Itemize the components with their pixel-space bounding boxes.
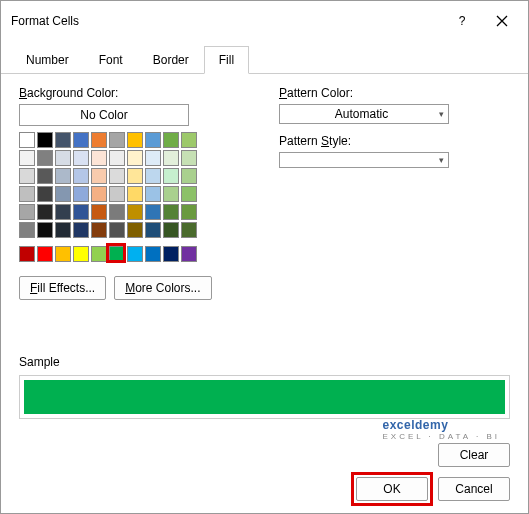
color-swatch[interactable] — [73, 150, 89, 166]
color-swatch[interactable] — [127, 222, 143, 238]
color-swatch[interactable] — [163, 150, 179, 166]
color-swatch[interactable] — [145, 222, 161, 238]
color-swatch[interactable] — [55, 222, 71, 238]
color-swatch[interactable] — [181, 246, 197, 262]
color-swatch[interactable] — [19, 186, 35, 202]
dialog-title: Format Cells — [11, 14, 442, 28]
background-color-label: Background Color: — [19, 86, 239, 100]
color-swatch[interactable] — [91, 186, 107, 202]
sample-label: Sample — [19, 355, 60, 369]
tab-fill[interactable]: Fill — [204, 46, 249, 74]
help-button[interactable]: ? — [442, 9, 482, 33]
color-swatch[interactable] — [55, 204, 71, 220]
color-swatch[interactable] — [109, 150, 125, 166]
color-swatch[interactable] — [37, 246, 53, 262]
close-button[interactable] — [482, 9, 522, 33]
color-swatch[interactable] — [55, 186, 71, 202]
color-swatch[interactable] — [127, 246, 143, 262]
color-swatch[interactable] — [55, 168, 71, 184]
color-swatch[interactable] — [163, 168, 179, 184]
color-swatch[interactable] — [109, 246, 125, 262]
color-swatch[interactable] — [145, 168, 161, 184]
color-swatch[interactable] — [145, 132, 161, 148]
color-swatch[interactable] — [19, 168, 35, 184]
color-swatch[interactable] — [163, 222, 179, 238]
color-swatch[interactable] — [109, 132, 125, 148]
color-swatch[interactable] — [145, 186, 161, 202]
color-swatch[interactable] — [127, 204, 143, 220]
color-swatch[interactable] — [109, 222, 125, 238]
clear-button[interactable]: Clear — [438, 443, 510, 467]
titlebar: Format Cells ? — [1, 1, 528, 41]
close-icon — [496, 15, 508, 27]
tab-font[interactable]: Font — [84, 46, 138, 74]
pattern-section: Pattern Color: Automatic ▾ Pattern Style… — [279, 86, 510, 300]
color-swatch[interactable] — [73, 168, 89, 184]
color-swatch[interactable] — [181, 222, 197, 238]
sample-preview — [24, 380, 505, 414]
color-swatch[interactable] — [19, 222, 35, 238]
color-swatch[interactable] — [55, 132, 71, 148]
color-swatch[interactable] — [19, 132, 35, 148]
color-swatch[interactable] — [91, 222, 107, 238]
background-color-section: Background Color: No Color Fill Effects.… — [19, 86, 239, 300]
color-swatch[interactable] — [127, 150, 143, 166]
color-swatch[interactable] — [181, 132, 197, 148]
color-swatch[interactable] — [109, 186, 125, 202]
color-swatch[interactable] — [55, 246, 71, 262]
color-swatch[interactable] — [37, 168, 53, 184]
color-swatch[interactable] — [73, 222, 89, 238]
no-color-button[interactable]: No Color — [19, 104, 189, 126]
color-swatch[interactable] — [163, 246, 179, 262]
color-swatch[interactable] — [127, 186, 143, 202]
color-swatch[interactable] — [109, 168, 125, 184]
color-swatch[interactable] — [19, 246, 35, 262]
color-swatch[interactable] — [37, 150, 53, 166]
color-swatch[interactable] — [163, 186, 179, 202]
color-swatch[interactable] — [73, 204, 89, 220]
chevron-down-icon: ▾ — [439, 155, 444, 165]
color-swatch[interactable] — [37, 132, 53, 148]
color-swatch[interactable] — [91, 204, 107, 220]
cancel-button[interactable]: Cancel — [438, 477, 510, 501]
color-swatch[interactable] — [73, 132, 89, 148]
color-swatch[interactable] — [37, 186, 53, 202]
color-swatch[interactable] — [91, 132, 107, 148]
color-swatch[interactable] — [73, 186, 89, 202]
watermark: exceldemy EXCEL · DATA · BI — [382, 417, 500, 441]
color-swatch[interactable] — [163, 132, 179, 148]
standard-color-row — [19, 246, 239, 262]
color-swatch[interactable] — [145, 150, 161, 166]
color-swatch[interactable] — [19, 150, 35, 166]
pattern-color-select[interactable]: Automatic ▾ — [279, 104, 449, 124]
tab-strip: Number Font Border Fill — [1, 41, 528, 74]
color-swatch[interactable] — [181, 204, 197, 220]
color-swatch[interactable] — [73, 246, 89, 262]
color-swatch[interactable] — [145, 246, 161, 262]
color-swatch[interactable] — [91, 168, 107, 184]
color-swatch[interactable] — [127, 132, 143, 148]
color-swatch[interactable] — [163, 204, 179, 220]
color-swatch[interactable] — [181, 150, 197, 166]
more-colors-button[interactable]: More Colors... — [114, 276, 211, 300]
pattern-color-value: Automatic — [335, 107, 388, 121]
color-swatch[interactable] — [19, 204, 35, 220]
color-swatch[interactable] — [55, 150, 71, 166]
tab-number[interactable]: Number — [11, 46, 84, 74]
pattern-style-select[interactable]: ▾ — [279, 152, 449, 168]
pattern-style-label: Pattern Style: — [279, 134, 510, 148]
color-swatch[interactable] — [127, 168, 143, 184]
color-swatch[interactable] — [37, 204, 53, 220]
color-swatch[interactable] — [181, 168, 197, 184]
tab-content: Background Color: No Color Fill Effects.… — [1, 74, 528, 513]
chevron-down-icon: ▾ — [439, 109, 444, 119]
color-swatch[interactable] — [109, 204, 125, 220]
color-swatch[interactable] — [181, 186, 197, 202]
color-swatch[interactable] — [91, 246, 107, 262]
ok-button[interactable]: OK — [356, 477, 428, 501]
color-swatch[interactable] — [37, 222, 53, 238]
color-swatch[interactable] — [91, 150, 107, 166]
fill-effects-button[interactable]: Fill Effects... — [19, 276, 106, 300]
color-swatch[interactable] — [145, 204, 161, 220]
tab-border[interactable]: Border — [138, 46, 204, 74]
